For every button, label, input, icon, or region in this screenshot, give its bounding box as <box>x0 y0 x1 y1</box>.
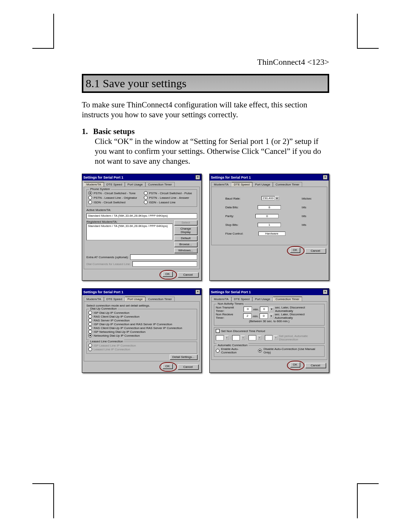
close-icon[interactable]: × <box>323 175 328 180</box>
product-name: ThinConnect4 <box>257 57 305 67</box>
radio-isp-networking[interactable] <box>88 330 92 334</box>
radio-auto-enable[interactable] <box>216 349 220 353</box>
ok-button[interactable]: OK <box>162 364 172 369</box>
radio-rasclient-ras[interactable] <box>88 326 92 330</box>
crop-mark-tl <box>32 14 54 49</box>
select-button[interactable]: Select <box>174 220 197 225</box>
chevron-down-icon[interactable]: ▾ <box>241 335 245 340</box>
detail-settings-button[interactable]: Detail Settings... <box>170 355 197 359</box>
ok-button[interactable]: OK <box>162 272 172 276</box>
active-modem-label: Active Modem/TA: <box>86 208 197 212</box>
radio-auto-disable[interactable] <box>258 349 262 353</box>
radio-isp-ras[interactable] <box>88 322 92 326</box>
radio-ras-server[interactable] <box>88 318 92 322</box>
chevron-down-icon[interactable]: ▾ <box>269 307 274 312</box>
dial-commands-label: Dial Commands for Leased Line: <box>86 262 131 266</box>
chevron-down-icon[interactable]: ▾ <box>274 335 278 340</box>
radio-isdn-leased[interactable] <box>144 200 148 204</box>
crop-mark-br <box>357 483 379 518</box>
step-number: 1. <box>82 127 88 136</box>
titlebar[interactable]: Settings for Serial Port 1 × <box>82 289 201 295</box>
radio-isp-dialup[interactable] <box>88 311 92 315</box>
tab-port-usage[interactable]: Port Usage <box>252 182 273 187</box>
chevron-down-icon[interactable]: ▾ <box>257 335 261 340</box>
default-button[interactable]: Default <box>174 236 197 241</box>
tab-dte-speed[interactable]: DTE Speed <box>231 297 252 301</box>
tab-modem-ta[interactable]: Modem/TA <box>84 182 104 187</box>
tab-dte-speed[interactable]: DTE Speed <box>104 182 125 187</box>
windows-button[interactable]: Windows... <box>174 248 197 253</box>
chevron-down-icon[interactable]: ▾ <box>275 196 279 201</box>
group-non-activity: Non Activity Timers Non Transmit Timer: … <box>214 304 325 326</box>
phone-system-legend: Phone System <box>89 187 111 191</box>
radio-pstn-answer[interactable] <box>144 196 148 200</box>
data-bits-value: 8 <box>258 205 281 209</box>
radio-isp-leased[interactable] <box>88 343 92 347</box>
tab-modem-ta[interactable]: Modem/TA <box>84 297 104 301</box>
baud-rate-value[interactable]: 230,400 <box>261 196 275 200</box>
page-number: <123> <box>307 57 329 67</box>
ok-button[interactable]: OK <box>290 362 300 367</box>
cancel-button[interactable]: Cancel <box>178 272 198 277</box>
ok-button[interactable]: OK <box>290 248 300 252</box>
radio-leased[interactable] <box>88 347 92 351</box>
browse-button[interactable]: Browse... <box>174 242 197 247</box>
tab-connection-timer[interactable]: Connection Timer <box>273 182 302 187</box>
group-non-disconnect: Set Non Disconnect Time Period ▾ : ▾ - ▾… <box>214 327 325 344</box>
step-title: Basic setups <box>93 127 135 136</box>
dialog-dte-speed: Settings for Serial Port 1 × Modem/TA DT… <box>209 174 329 281</box>
group-dial-up: Dial-Up Connection ISP Dial-Up IP Connec… <box>86 309 197 340</box>
crop-mark-bl <box>32 483 54 518</box>
close-icon[interactable]: × <box>323 289 328 294</box>
tab-modem-ta[interactable]: Modem/TA <box>211 182 231 187</box>
registered-modem-label: Registered Modem/TA: <box>86 220 173 224</box>
dialog-modem-ta: Settings for Serial Port 1 × Modem/TA DT… <box>82 174 202 281</box>
nr-sec-input[interactable]: 0 <box>260 313 268 319</box>
cancel-button[interactable]: Cancel <box>178 364 198 369</box>
radio-pstn-pulse[interactable] <box>144 191 148 195</box>
tab-connection-timer[interactable]: Connection Timer <box>273 297 302 301</box>
cancel-button[interactable]: Cancel <box>305 248 326 253</box>
titlebar[interactable]: Settings for Serial Port 1 × <box>210 174 329 181</box>
title-text: Settings for Serial Port 1 <box>211 290 251 294</box>
radio-networking[interactable] <box>88 334 92 337</box>
tab-connection-timer[interactable]: Connection Timer <box>145 297 175 301</box>
close-icon[interactable]: × <box>195 175 200 180</box>
chevron-down-icon[interactable]: ▾ <box>225 335 229 340</box>
dialog-port-usage: Settings for Serial Port 1 × Modem/TA DT… <box>82 288 202 373</box>
stop-bits-value: 1 <box>258 223 281 227</box>
radio-pstn-tone[interactable] <box>88 191 92 195</box>
dialog-connection-timer: Settings for Serial Port 1 × Modem/TA DT… <box>209 288 329 373</box>
tab-port-usage[interactable]: Port Usage <box>125 297 145 301</box>
tab-modem-ta[interactable]: Modem/TA <box>211 297 231 301</box>
dial-commands-input[interactable] <box>132 261 197 267</box>
page-header: ThinConnect4 <123> <box>82 57 329 67</box>
tab-port-usage[interactable]: Port Usage <box>252 297 273 301</box>
parity-label: Parity: <box>225 214 234 218</box>
nt-min-input[interactable]: 0 <box>244 307 252 312</box>
extra-at-input[interactable] <box>130 254 197 260</box>
registered-modem-list[interactable]: Standard Modem / TA (56K,33.6K,28.8Kbps … <box>86 224 173 240</box>
cancel-button[interactable]: Cancel <box>305 363 326 368</box>
group-leased: Leased Line Connection ISP Leased Line I… <box>86 342 197 354</box>
tab-connection-timer[interactable]: Connection Timer <box>145 182 175 187</box>
tab-dte-speed[interactable]: DTE Speed <box>104 297 125 301</box>
title-text: Settings for Serial Port 1 <box>83 176 123 179</box>
crop-mark-tr <box>357 14 379 49</box>
radio-pstn-originator[interactable] <box>88 196 92 200</box>
intro-paragraph: To make sure ThinConnect4 configuration … <box>82 100 329 120</box>
nt-sec-input[interactable]: 0 <box>260 307 268 312</box>
tab-port-usage[interactable]: Port Usage <box>125 182 145 187</box>
titlebar[interactable]: Settings for Serial Port 1 × <box>210 289 329 295</box>
tab-dte-speed[interactable]: DTE Speed <box>231 182 252 187</box>
step-body: Click “OK” in the window at “Setting for… <box>95 136 329 166</box>
section-heading-text: 8.1 Save your settings <box>86 77 186 89</box>
radio-isdn-circuit[interactable] <box>88 200 92 204</box>
nr-min-input[interactable]: 2 <box>243 313 252 319</box>
titlebar[interactable]: Settings for Serial Port 1 × <box>82 174 201 181</box>
close-icon[interactable]: × <box>195 289 200 294</box>
chevron-down-icon[interactable]: ▾ <box>269 314 274 318</box>
checkbox-non-disconnect[interactable] <box>216 329 220 333</box>
change-display-button[interactable]: Change Display <box>174 226 197 235</box>
radio-ras-client[interactable] <box>88 315 92 318</box>
